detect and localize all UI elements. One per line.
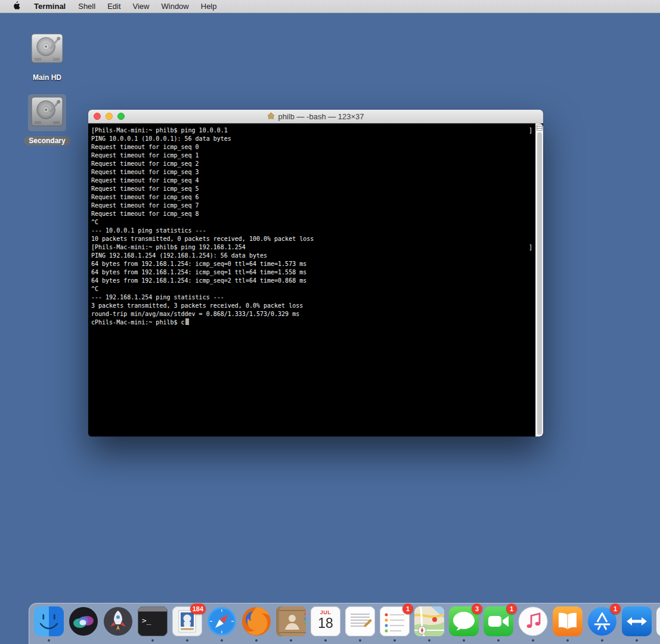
apple-menu[interactable] — [10, 0, 24, 13]
running-indicator — [566, 639, 569, 642]
dock-icon-siri[interactable] — [69, 606, 98, 636]
terminal-line: 10 packets transmitted, 0 packets receiv… — [91, 235, 534, 243]
terminal-prompt-mark: ] — [529, 126, 532, 135]
menu-item-shell[interactable]: Shell — [72, 0, 101, 13]
terminal-line: [Phils-Mac-mini:~ philb$ ping 10.0.0.1] — [91, 126, 534, 135]
menu-item-edit[interactable]: Edit — [101, 0, 126, 13]
siri-icon — [69, 606, 98, 636]
calendar-date: JUL18 — [311, 606, 340, 636]
running-indicator — [221, 639, 223, 642]
dock: >_184JUL181311 — [29, 603, 660, 644]
terminal-line: 3 packets transmitted, 3 packets receive… — [91, 302, 534, 310]
finder-icon — [34, 606, 64, 636]
terminal-line: Request timeout for icmp_seq 6 — [91, 193, 534, 202]
dock-icon-itunes[interactable] — [518, 606, 548, 636]
dock-icon-app-store[interactable]: 1 — [587, 606, 617, 636]
terminal-line: Request timeout for icmp_seq 4 — [91, 177, 534, 185]
terminal-title-bar[interactable]: philb — -bash — 123×37 — [88, 110, 543, 123]
terminal-line: ^C — [91, 218, 534, 227]
terminal-line: [Phils-Mac-mini:~ philb$ ping 192.168.1.… — [91, 243, 534, 252]
terminal-icon: >_ — [138, 606, 168, 636]
zoom-button[interactable] — [117, 113, 125, 120]
menu-items: ShellEditViewWindowHelp — [72, 0, 222, 13]
running-indicator — [532, 639, 534, 642]
hard-drive-icon — [28, 31, 66, 68]
terminal-line: Request timeout for icmp_seq 3 — [91, 168, 534, 177]
dock-icon-contacts[interactable] — [276, 606, 306, 636]
terminal-line: round-trip min/avg/max/stddev = 0.868/1.… — [91, 310, 534, 318]
desktop-icon-label: Secondary — [24, 136, 70, 145]
terminal-content[interactable]: [Phils-Mac-mini:~ philb$ ping 10.0.0.1]P… — [88, 123, 543, 436]
dock-icon-safari[interactable] — [207, 606, 237, 636]
window-title: philb — -bash — 123×37 — [278, 112, 364, 121]
menu-bar: Terminal ShellEditViewWindowHelp — [0, 0, 660, 13]
running-indicator — [186, 639, 188, 642]
notification-badge: 184 — [190, 603, 206, 614]
running-indicator — [324, 639, 327, 642]
dock-icon-facetime[interactable]: 1 — [484, 606, 513, 636]
terminal-line: --- 10.0.0.1 ping statistics --- — [91, 227, 534, 235]
terminal-line: Request timeout for icmp_seq 2 — [91, 160, 534, 168]
unknown-icon — [656, 606, 660, 636]
minimize-button[interactable] — [106, 113, 113, 120]
dock-icon-maps[interactable] — [414, 606, 444, 636]
menu-item-view[interactable]: View — [127, 0, 156, 13]
terminal-window: philb — -bash — 123×37 [Phils-Mac-mini:~… — [88, 110, 543, 436]
terminal-output: [Phils-Mac-mini:~ philb$ ping 10.0.0.1]P… — [91, 126, 534, 327]
running-indicator — [290, 639, 292, 642]
desktop-icon-label: Main HD — [28, 73, 66, 82]
dock-icon-textedit[interactable] — [345, 606, 375, 636]
dock-icon-finder[interactable] — [34, 606, 64, 636]
terminal-line: Request timeout for icmp_seq 5 — [91, 185, 534, 193]
books-icon — [553, 606, 582, 636]
close-button[interactable] — [94, 113, 101, 120]
terminal-line: Request timeout for icmp_seq 0 — [91, 143, 534, 151]
menu-item-window[interactable]: Window — [156, 0, 195, 13]
running-indicator — [463, 639, 465, 642]
running-indicator — [636, 639, 638, 642]
terminal-line: --- 192.168.1.254 ping statistics --- — [91, 293, 534, 302]
terminal-line: 64 bytes from 192.168.1.254: icmp_seq=0 … — [91, 260, 534, 268]
notification-badge: 1 — [610, 603, 621, 614]
dock-icon-firefox[interactable] — [241, 606, 271, 636]
firefox-icon — [241, 606, 271, 636]
notification-badge: 1 — [402, 603, 413, 614]
dock-icon-messages[interactable]: 3 — [449, 606, 479, 636]
menu-item-help[interactable]: Help — [195, 0, 223, 13]
textedit-icon — [345, 606, 375, 636]
terminal-prompt-mark: ] — [529, 243, 532, 252]
terminal-line: ^C — [91, 285, 534, 293]
terminal-scrollbar[interactable] — [535, 123, 543, 436]
running-indicator — [497, 639, 500, 642]
dock-icon-terminal[interactable]: >_ — [138, 606, 168, 636]
running-indicator — [428, 639, 430, 642]
maps-icon — [414, 606, 444, 636]
terminal-line: 64 bytes from 192.168.1.254: icmp_seq=1 … — [91, 268, 534, 277]
dock-icon-launchpad[interactable] — [103, 606, 133, 636]
desktop-icon-secondary[interactable]: Secondary — [23, 94, 71, 145]
terminal-line: Request timeout for icmp_seq 1 — [91, 151, 534, 160]
safari-icon — [207, 606, 237, 636]
dock-icon-reminders[interactable]: 1 — [380, 606, 410, 636]
terminal-line: Request timeout for icmp_seq 7 — [91, 202, 534, 210]
dock-icon-mail[interactable]: 184 — [172, 606, 202, 636]
dock-icon-teamviewer[interactable] — [622, 606, 652, 636]
teamviewer-icon — [622, 606, 652, 636]
dock-icon-calendar[interactable]: JUL18 — [311, 606, 340, 636]
svg-text:>_: >_ — [142, 616, 151, 625]
running-indicator — [255, 639, 258, 642]
scrollbar-thumb[interactable] — [537, 132, 542, 435]
notification-badge: 3 — [472, 603, 482, 614]
terminal-line: 64 bytes from 192.168.1.254: icmp_seq=2 … — [91, 277, 534, 285]
notification-badge: 1 — [506, 603, 517, 614]
launchpad-icon — [103, 606, 133, 636]
apple-logo-icon — [13, 1, 20, 12]
scrollbar-marker-icon — [537, 125, 543, 131]
running-indicator — [393, 639, 396, 642]
menu-app-name[interactable]: Terminal — [27, 2, 72, 11]
desktop-icon-main-hd[interactable]: Main HD — [23, 31, 71, 82]
dock-icon-unknown[interactable] — [656, 606, 660, 636]
running-indicator — [359, 639, 361, 642]
terminal-line: cPhils-Mac-mini:~ philb$ c — [91, 318, 534, 327]
dock-icon-books[interactable] — [553, 606, 582, 636]
